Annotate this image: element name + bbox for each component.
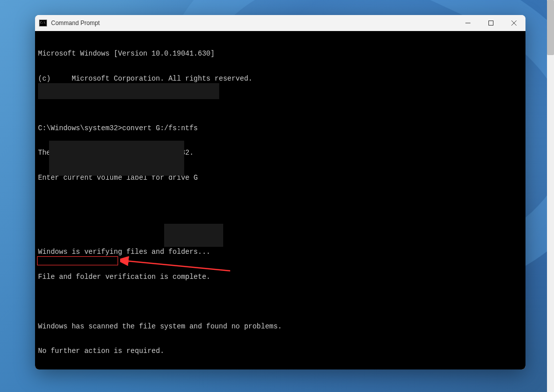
close-icon bbox=[511, 21, 516, 26]
terminal-line: File and folder verification is complete… bbox=[38, 273, 522, 281]
terminal-line: (c) Microsoft Corporation. All rights re… bbox=[38, 75, 522, 83]
annotation-arrow-icon bbox=[120, 254, 235, 274]
terminal-line bbox=[38, 198, 522, 207]
terminal-line bbox=[38, 223, 522, 232]
redacted-region bbox=[38, 83, 219, 99]
terminal-line: Windows is verifying files and folders..… bbox=[38, 248, 522, 256]
redacted-region bbox=[49, 141, 184, 176]
window-title: Command Prompt bbox=[51, 20, 456, 27]
page-scrollbar-thumb[interactable] bbox=[547, 0, 554, 55]
maximize-button[interactable] bbox=[479, 15, 502, 31]
svg-rect-1 bbox=[489, 21, 493, 26]
terminal-output[interactable]: Microsoft Windows [Version 10.0.19041.63… bbox=[35, 31, 525, 369]
svg-line-5 bbox=[126, 261, 230, 271]
terminal-line: Microsoft Windows [Version 10.0.19041.63… bbox=[38, 50, 522, 58]
cmd-icon bbox=[39, 20, 47, 27]
terminal-line: No further action is required. bbox=[38, 347, 522, 355]
window-titlebar[interactable]: Command Prompt bbox=[35, 15, 525, 31]
maximize-icon bbox=[488, 21, 493, 26]
redacted-region bbox=[164, 224, 223, 247]
minimize-icon bbox=[465, 21, 470, 26]
terminal-line: C:\Windows\system32>convert G:/fs:ntfs bbox=[38, 124, 522, 133]
command-prompt-window: Command Prompt Microsoft Windows [Versio… bbox=[35, 15, 525, 369]
window-controls bbox=[456, 15, 525, 31]
terminal-line bbox=[38, 297, 522, 306]
page-scrollbar[interactable] bbox=[547, 0, 554, 392]
minimize-button[interactable] bbox=[456, 15, 479, 31]
terminal-line bbox=[38, 99, 522, 108]
close-button[interactable] bbox=[502, 15, 525, 31]
annotation-highlight-box bbox=[37, 256, 118, 265]
terminal-line: Windows has scanned the file system and … bbox=[38, 322, 522, 331]
